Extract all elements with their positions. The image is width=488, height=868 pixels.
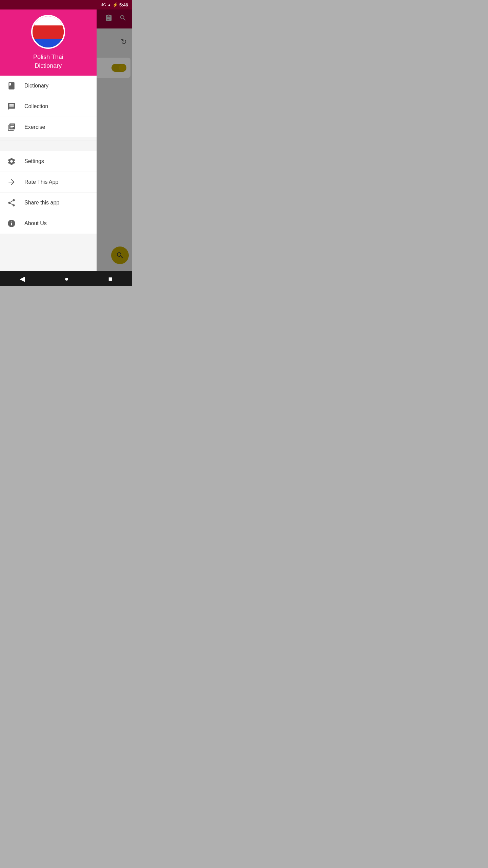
menu-gap [0, 143, 97, 151]
time-display: 5:46 [119, 2, 128, 7]
drawer-menu: Dictionary Collection Exercise [0, 76, 97, 271]
menu-item-about[interactable]: About Us [0, 213, 97, 234]
share-icon [7, 198, 16, 208]
share-label: Share this app [24, 200, 59, 206]
secondary-menu-section: Settings Rate This App Share this app [0, 151, 97, 234]
menu-item-share[interactable]: Share this app [0, 193, 97, 213]
bottom-navigation: ◀ ● ■ [0, 271, 132, 286]
exercise-label: Exercise [24, 124, 45, 130]
info-icon [7, 219, 16, 228]
navigation-drawer: Polish Thai Dictionary Dictionary [0, 9, 97, 271]
drawer-header: Polish Thai Dictionary [0, 9, 97, 76]
settings-label: Settings [24, 158, 44, 164]
home-button[interactable]: ● [62, 272, 71, 285]
menu-item-dictionary[interactable]: Dictionary [0, 76, 97, 96]
network-indicator: 4G [101, 3, 106, 7]
dictionary-label: Dictionary [24, 83, 48, 89]
gear-icon [7, 157, 16, 166]
arrow-right-icon [7, 177, 16, 187]
primary-menu-section: Dictionary Collection Exercise [0, 76, 97, 137]
flag-red-stripe [33, 25, 64, 39]
menu-item-collection[interactable]: Collection [0, 96, 97, 117]
book-icon [7, 81, 16, 91]
flag-blue-stripe [33, 39, 64, 47]
status-bar: 4G ▲ ⚡ 5:46 [0, 0, 132, 9]
back-button[interactable]: ◀ [17, 272, 27, 285]
chat-icon [7, 102, 16, 111]
list-icon [7, 122, 16, 132]
menu-divider [0, 140, 97, 140]
signal-icon: ▲ [107, 3, 111, 7]
flag-white-stripe [33, 16, 64, 25]
battery-icon: ⚡ [113, 2, 118, 7]
rate-label: Rate This App [24, 179, 58, 185]
menu-item-exercise[interactable]: Exercise [0, 117, 97, 137]
menu-item-rate[interactable]: Rate This App [0, 172, 97, 192]
app-title: Polish Thai Dictionary [33, 53, 63, 70]
recents-button[interactable]: ■ [105, 272, 115, 285]
menu-item-settings[interactable]: Settings [0, 151, 97, 172]
about-label: About Us [24, 220, 47, 226]
flag-logo [31, 15, 65, 49]
collection-label: Collection [24, 103, 48, 110]
status-icons: 4G ▲ ⚡ 5:46 [101, 2, 128, 7]
